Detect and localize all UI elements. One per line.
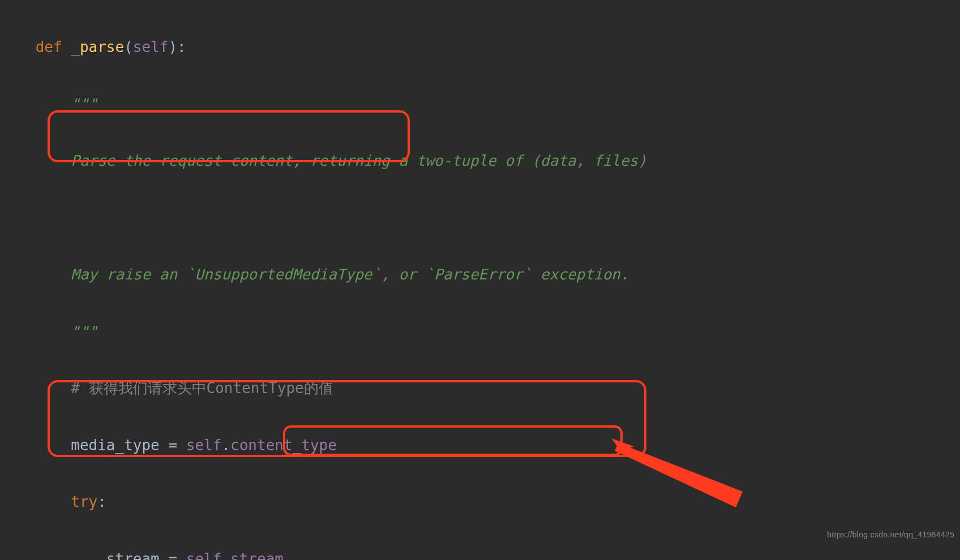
docstring-quote: """	[71, 323, 97, 340]
code-line: try:	[0, 493, 960, 512]
comment: # 获得我们请求头中ContentType的值	[71, 380, 333, 397]
code-editor[interactable]: def _parse(self): """ Parse the request …	[0, 0, 960, 560]
code-line: May raise an `UnsupportedMediaType`, or …	[0, 265, 960, 285]
function-name: _parse	[71, 38, 124, 55]
docstring-text: Parse the request content, returning a t…	[71, 152, 646, 169]
docstring-quote: """	[71, 96, 97, 113]
self-ref: self	[186, 437, 222, 454]
code-line: """	[0, 322, 960, 342]
code-line: stream = self.stream	[0, 550, 960, 561]
code-line	[0, 209, 960, 228]
code-line: def _parse(self):	[0, 38, 960, 57]
code-line: # 获得我们请求头中ContentType的值	[0, 379, 960, 398]
code-line: """	[0, 95, 960, 114]
param-self: self	[133, 38, 169, 55]
keyword-try: try	[71, 493, 97, 510]
self-ref: self	[186, 550, 222, 561]
code-line: media_type = self.content_type	[0, 436, 960, 455]
docstring-text: May raise an `UnsupportedMediaType`, or …	[71, 266, 629, 283]
property: content_type	[230, 437, 337, 454]
property: stream	[230, 550, 284, 561]
code-line: Parse the request content, returning a t…	[0, 152, 960, 171]
keyword-def: def	[36, 38, 62, 55]
watermark-text: https://blog.csdn.net/qq_41964425	[827, 525, 954, 545]
